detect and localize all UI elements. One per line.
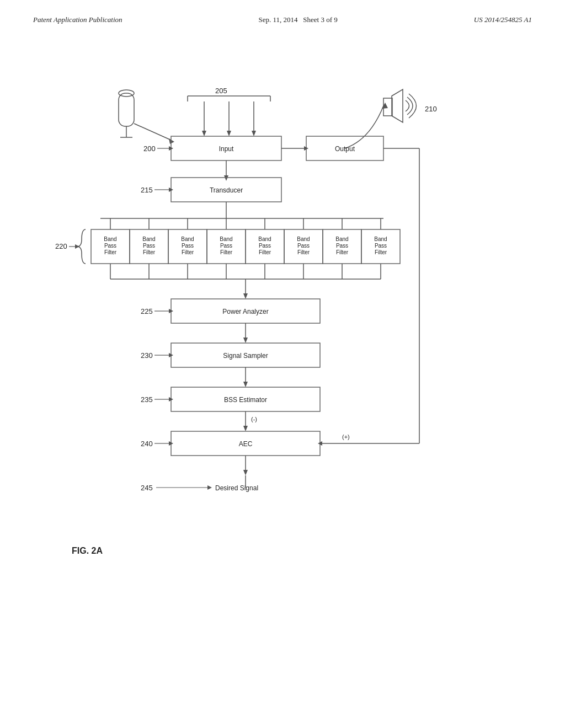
svg-marker-64 (243, 338, 248, 343)
label-220: 220 (55, 242, 67, 250)
bp3-line2: Pass (182, 243, 194, 249)
header-date: Sep. 11, 2014 (259, 15, 298, 24)
bp7-line2: Pass (336, 243, 348, 249)
svg-marker-83 (243, 470, 248, 475)
svg-marker-12 (227, 131, 231, 136)
svg-marker-16 (169, 138, 174, 144)
desired-signal-label: Desired Signal (215, 484, 258, 492)
bp1-line3: Filter (104, 249, 117, 255)
bss-estimator-label: BSS Estimator (224, 396, 267, 404)
header-center: Sep. 11, 2014 Sheet 3 of 9 (259, 15, 338, 24)
bp1-line1: Band (104, 236, 116, 242)
label-215: 215 (141, 186, 153, 194)
label-210: 210 (425, 105, 437, 113)
bp6-line2: Pass (297, 243, 310, 249)
label-245: 245 (141, 484, 153, 492)
header-right: US 2014/254825 A1 (474, 15, 532, 24)
svg-rect-0 (119, 93, 134, 126)
plus-sign: (+) (342, 433, 350, 440)
signal-sampler-label: Signal Sampler (223, 352, 268, 360)
bp2-line1: Band (142, 236, 155, 242)
label-240: 240 (141, 440, 153, 448)
transducer-box-label: Transducer (210, 186, 243, 194)
label-200: 200 (143, 144, 156, 153)
minus-sign: (-) (251, 416, 257, 422)
bp3-line1: Band (181, 236, 194, 242)
svg-marker-25 (224, 175, 228, 181)
diagram-area: 210 205 Input 200 Output (0, 30, 565, 703)
header-sheet: Sheet 3 of 9 (303, 15, 337, 24)
bp6-line3: Filter (297, 249, 310, 255)
bp7-line3: Filter (336, 249, 349, 255)
bp4-line1: Band (220, 236, 232, 242)
figure-label: FIG. 2A (72, 546, 103, 555)
label-235: 235 (141, 395, 153, 404)
label-205: 205 (215, 87, 227, 95)
label-225: 225 (141, 307, 153, 315)
bp7-line1: Band (335, 236, 348, 242)
bp2-line3: Filter (143, 249, 156, 255)
bp4-line3: Filter (220, 249, 233, 255)
label-230: 230 (141, 351, 153, 360)
bp8-line3: Filter (375, 249, 387, 255)
aec-label: AEC (239, 440, 253, 448)
header-left: Patent Application Publication (33, 15, 122, 24)
svg-marker-59 (243, 293, 248, 299)
svg-marker-74 (243, 426, 248, 431)
bp1-line2: Pass (104, 243, 116, 249)
bp8-line2: Pass (375, 243, 387, 249)
svg-marker-10 (202, 131, 206, 136)
bp4-line2: Pass (220, 243, 232, 249)
svg-marker-4 (392, 89, 403, 122)
bp3-line3: Filter (182, 249, 194, 255)
bp8-line1: Band (374, 236, 387, 242)
svg-marker-17 (382, 103, 388, 109)
input-box-label: Input (219, 145, 234, 153)
diagram-svg: 210 205 Input 200 Output (0, 30, 565, 703)
page-header: Patent Application Publication Sep. 11, … (0, 0, 565, 24)
svg-line-15 (134, 124, 171, 140)
svg-marker-14 (252, 131, 256, 136)
bp5-line3: Filter (259, 249, 271, 255)
svg-marker-69 (243, 382, 248, 387)
bp5-line2: Pass (259, 243, 271, 249)
bp6-line1: Band (297, 236, 310, 242)
bp2-line2: Pass (143, 243, 155, 249)
bp5-line1: Band (258, 236, 271, 242)
svg-marker-48 (75, 244, 79, 249)
power-analyzer-label: Power Analyzer (222, 308, 268, 315)
svg-marker-85 (207, 485, 212, 490)
output-box-label: Output (335, 145, 355, 153)
